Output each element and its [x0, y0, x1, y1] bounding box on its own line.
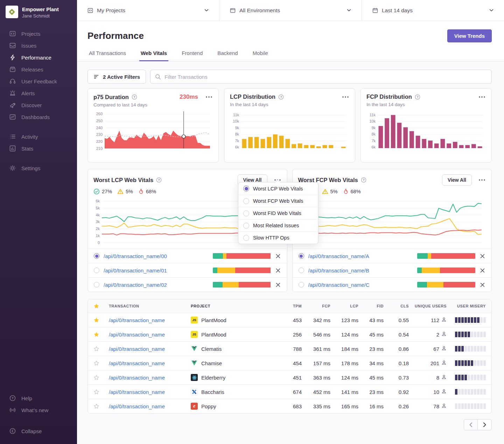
- lcp-value: 178 ms: [330, 360, 358, 366]
- dropdown-item-worst-fcp-web-vitals[interactable]: Worst FCP Web Vitals: [238, 195, 318, 207]
- lcp-distribution-card: LCP Distribution?In the last 14 days6k7k…: [224, 88, 355, 162]
- help-circle-icon[interactable]: ?: [132, 94, 137, 100]
- unique-users-value: 201: [430, 360, 439, 366]
- star-outline-icon[interactable]: [93, 346, 109, 352]
- sidebar-item-releases[interactable]: Releases: [0, 63, 77, 75]
- close-icon[interactable]: [479, 253, 485, 259]
- card-menu-button[interactable]: [478, 178, 486, 182]
- card-subtitle: In the last 14 days: [366, 102, 486, 107]
- dropdown-item-worst-lcp-web-vitals[interactable]: Worst LCP Web Vitals: [238, 182, 318, 195]
- card-menu-button[interactable]: [205, 95, 213, 99]
- transaction-link[interactable]: /api/0/transaction_name: [109, 317, 165, 323]
- transaction-link[interactable]: /api/0/transaction_name: [109, 403, 165, 409]
- star-outline-icon[interactable]: [93, 389, 109, 395]
- tab-web-vitals[interactable]: Web Vitals: [139, 50, 168, 61]
- project-name[interactable]: Clematis: [201, 346, 222, 352]
- view-trends-button[interactable]: View Trends: [447, 29, 492, 42]
- transaction-link[interactable]: /api/0/transaction_name/C: [308, 282, 413, 288]
- transaction-link[interactable]: /api/0/transaction_name: [109, 346, 165, 352]
- transaction-link[interactable]: /api/0/transaction_name/A: [308, 253, 413, 259]
- table-row: /api/0/transaction_nameElderberry451363 …: [88, 370, 491, 384]
- svg-text:260: 260: [96, 112, 103, 116]
- star-outline-icon[interactable]: [93, 403, 109, 409]
- vital-transaction-row: /api/0/transaction_name/B: [293, 263, 492, 277]
- transaction-radio[interactable]: [299, 282, 304, 287]
- project-cell: Chamise: [191, 360, 280, 367]
- svg-text:11k: 11k: [233, 113, 239, 117]
- org-switcher[interactable]: Empower Plant Jane Schmidt: [0, 5, 77, 28]
- tab-frontend[interactable]: Frontend: [180, 50, 204, 61]
- date-range-filter[interactable]: Last 14 days: [362, 0, 504, 21]
- star-outline-icon[interactable]: [93, 375, 109, 381]
- sidebar-item-what-s-new[interactable]: What’s new: [0, 404, 77, 416]
- project-name[interactable]: Baccharis: [201, 389, 224, 395]
- tab-backend[interactable]: Backend: [216, 50, 239, 61]
- environment-filter[interactable]: All Environments: [219, 0, 362, 21]
- transaction-link[interactable]: /api/0/transaction_name/02: [104, 282, 209, 288]
- project-name[interactable]: PlantMood: [201, 317, 226, 323]
- sidebar-item-help[interactable]: ?Help: [0, 392, 77, 404]
- help-circle-icon[interactable]: ?: [361, 177, 366, 183]
- vital-transaction-row: /api/0/transaction_name/00: [88, 249, 287, 263]
- sidebar-item-activity[interactable]: Activity: [0, 131, 77, 143]
- dropdown-item-worst-fid-web-vitals[interactable]: Worst FID Web Vitals: [238, 207, 318, 219]
- close-icon[interactable]: [275, 282, 281, 288]
- sidebar-item-stats[interactable]: Stats: [0, 143, 77, 154]
- project-name[interactable]: Poppy: [201, 403, 216, 409]
- transaction-link[interactable]: /api/0/transaction_name: [109, 389, 165, 395]
- close-icon[interactable]: [479, 268, 485, 273]
- project-name[interactable]: PlantMood: [201, 332, 226, 338]
- dropdown-item-most-related-issues[interactable]: Most Related Issues: [238, 219, 318, 231]
- view-all-button[interactable]: View All: [442, 174, 472, 186]
- table-row: /api/0/transaction_nameePoppy683335 ms16…: [88, 399, 491, 413]
- transaction-radio[interactable]: [299, 268, 304, 273]
- star-filled-icon[interactable]: [93, 332, 109, 338]
- close-icon[interactable]: [275, 268, 281, 273]
- sidebar-item-dashboards[interactable]: Dashboards: [0, 111, 77, 123]
- transaction-link[interactable]: /api/0/transaction_name: [109, 332, 165, 338]
- dropdown-item-slow-http-ops[interactable]: Slow HTTP Ops: [238, 231, 318, 244]
- chevron-left-icon: [469, 422, 472, 427]
- sidebar-collapse-button[interactable]: Collapse: [0, 425, 77, 437]
- project-filter[interactable]: My Projects: [77, 0, 219, 21]
- transaction-radio[interactable]: [94, 253, 99, 259]
- sidebar-item-discover[interactable]: Discover: [0, 99, 77, 111]
- performance-icon: [9, 54, 16, 61]
- transaction-link[interactable]: /api/0/transaction_name: [109, 375, 165, 381]
- transaction-link[interactable]: /api/0/transaction_name/00: [104, 253, 209, 259]
- sidebar-item-projects[interactable]: Projects: [0, 28, 77, 40]
- star-filled-icon[interactable]: [93, 317, 109, 323]
- transaction-link[interactable]: /api/0/transaction_name: [109, 360, 165, 366]
- card-menu-button[interactable]: [342, 95, 349, 99]
- sidebar-item-alerts[interactable]: Alerts: [0, 87, 77, 99]
- sidebar-item-user-feedback[interactable]: User Feedback: [0, 75, 77, 87]
- svg-text:7k: 7k: [235, 139, 239, 143]
- search-input[interactable]: [164, 74, 487, 80]
- star-outline-icon[interactable]: [93, 360, 109, 366]
- card-menu-button[interactable]: [478, 95, 486, 99]
- help-circle-icon[interactable]: ?: [415, 94, 420, 100]
- help-circle-icon[interactable]: ?: [156, 177, 162, 183]
- tab-mobile[interactable]: Mobile: [251, 50, 270, 61]
- star-column-header[interactable]: [93, 303, 109, 309]
- project-name[interactable]: Elderberry: [201, 375, 225, 381]
- discover-icon: [9, 102, 16, 109]
- help-circle-icon[interactable]: ?: [278, 94, 284, 100]
- transaction-radio[interactable]: [94, 282, 99, 287]
- sidebar-item-settings[interactable]: Settings: [0, 162, 77, 174]
- sidebar-item-issues[interactable]: Issues: [0, 40, 77, 51]
- pagination-next-button[interactable]: [478, 419, 492, 430]
- close-icon[interactable]: [479, 282, 485, 288]
- transaction-link[interactable]: /api/0/transaction_name/B: [308, 268, 413, 273]
- pagination-prev-button[interactable]: [464, 419, 478, 430]
- column-header-fid: FID: [358, 304, 384, 308]
- sidebar-footer: ?HelpWhat’s newCollapse: [0, 392, 77, 437]
- active-filters-button[interactable]: 2 Active Filters: [88, 70, 146, 84]
- close-icon[interactable]: [275, 253, 281, 259]
- transaction-link[interactable]: /api/0/transaction_name/01: [104, 268, 209, 273]
- sidebar-item-performance[interactable]: Performance: [0, 51, 77, 63]
- transaction-radio[interactable]: [299, 253, 304, 259]
- project-name[interactable]: Chamise: [201, 360, 222, 366]
- tab-all-transactions[interactable]: All Transactions: [88, 50, 127, 61]
- transaction-radio[interactable]: [94, 268, 99, 273]
